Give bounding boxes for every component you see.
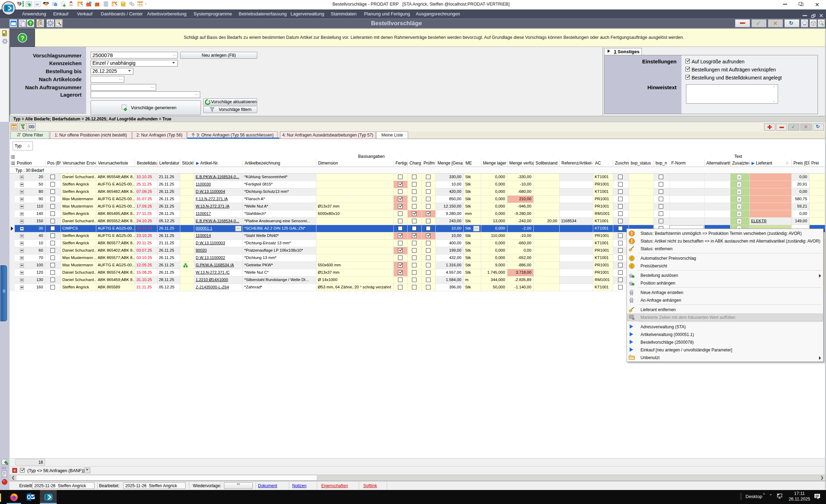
- svg-text:√x: √x: [36, 2, 39, 6]
- svg-text:?: ?: [29, 21, 32, 26]
- svg-text:?: ?: [21, 35, 24, 42]
- svg-text:x: x: [17, 134, 18, 137]
- svg-text:?: ?: [55, 4, 56, 6]
- svg-text:C: C: [631, 257, 633, 260]
- svg-text:x: x: [23, 126, 24, 130]
- svg-text:C: C: [631, 264, 633, 268]
